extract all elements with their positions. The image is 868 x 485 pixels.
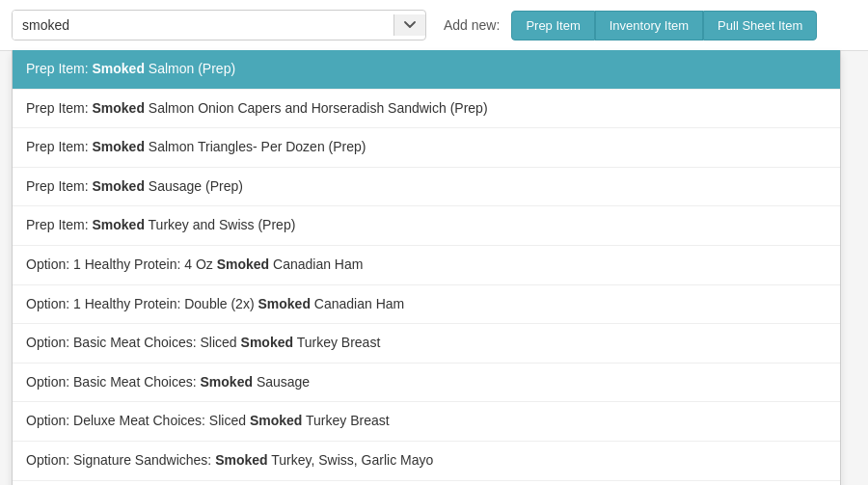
item-bold: Smoked: [258, 296, 310, 311]
item-suffix: Canadian Ham: [269, 256, 363, 272]
item-prefix: Prep Item:: [26, 139, 92, 154]
dropdown-item[interactable]: Option: Basic Meat Choices: Smoked Sausa…: [13, 364, 840, 403]
top-bar: smoked Add new: Prep Item Inventory Item…: [0, 0, 868, 51]
item-suffix: Sausage: [253, 374, 310, 390]
dropdown-item[interactable]: Option: Signature Sandwiches: Smoked Sal…: [13, 481, 840, 485]
search-input[interactable]: smoked: [13, 11, 393, 40]
search-wrapper: smoked: [12, 10, 426, 40]
pull-sheet-item-button[interactable]: Pull Sheet Item: [703, 11, 817, 40]
item-suffix: Sausage (Prep): [145, 178, 243, 194]
item-prefix: Option: Basic Meat Choices:: [26, 374, 201, 390]
item-prefix: Option: 1 Healthy Protein: Double (2x): [26, 296, 258, 311]
dropdown-item[interactable]: Option: 1 Healthy Protein: Double (2x) S…: [13, 285, 840, 325]
item-prefix: Option: 1 Healthy Protein: 4 Oz: [26, 256, 217, 272]
item-bold: Smoked: [201, 374, 253, 390]
item-suffix: Turkey Breast: [302, 413, 389, 428]
inventory-item-button[interactable]: Inventory Item: [595, 11, 703, 40]
dropdown-item[interactable]: Prep Item: Smoked Salmon (Prep): [13, 50, 840, 90]
item-bold: Smoked: [92, 178, 144, 194]
item-prefix: Prep Item:: [26, 217, 92, 232]
item-prefix: Option: Signature Sandwiches:: [26, 452, 215, 468]
prep-item-button[interactable]: Prep Item: [511, 11, 594, 40]
item-bold: Smoked: [215, 452, 267, 468]
item-prefix: Option: Basic Meat Choices: Sliced: [26, 335, 241, 350]
item-suffix: Salmon Onion Capers and Horseradish Sand…: [145, 100, 488, 116]
item-prefix: Prep Item:: [26, 178, 92, 194]
dropdown-item[interactable]: Prep Item: Smoked Salmon Onion Capers an…: [13, 90, 840, 129]
chevron-down-icon: [404, 21, 416, 29]
item-bold: Smoked: [250, 413, 302, 428]
item-prefix: Prep Item:: [26, 61, 92, 76]
item-bold: Smoked: [92, 100, 144, 116]
dropdown-item[interactable]: Prep Item: Smoked Sausage (Prep): [13, 168, 840, 207]
item-suffix: Turkey and Swiss (Prep): [145, 217, 295, 232]
dropdown-item[interactable]: Option: Deluxe Meat Choices: Sliced Smok…: [13, 402, 840, 442]
dropdown-item[interactable]: Prep Item: Smoked Salmon Triangles- Per …: [13, 128, 840, 168]
add-new-button-group: Prep Item Inventory Item Pull Sheet Item: [511, 11, 817, 40]
item-prefix: Prep Item:: [26, 100, 92, 116]
item-prefix: Option: Deluxe Meat Choices: Sliced: [26, 413, 250, 428]
item-bold: Smoked: [217, 256, 269, 272]
dropdown-item[interactable]: Option: Signature Sandwiches: Smoked Tur…: [13, 442, 840, 481]
item-suffix: Salmon Triangles- Per Dozen (Prep): [145, 139, 366, 154]
search-dropdown-arrow-button[interactable]: [393, 14, 425, 36]
dropdown-item[interactable]: Prep Item: Smoked Turkey and Swiss (Prep…: [13, 206, 840, 246]
item-bold: Smoked: [92, 139, 144, 154]
item-suffix: Salmon (Prep): [145, 61, 235, 76]
item-bold: Smoked: [241, 335, 293, 350]
item-suffix: Canadian Ham: [311, 296, 404, 311]
add-new-label: Add new:: [444, 17, 500, 33]
item-bold: Smoked: [92, 217, 144, 232]
dropdown-item[interactable]: Option: 1 Healthy Protein: 4 Oz Smoked C…: [13, 246, 840, 285]
dropdown-item[interactable]: Option: Basic Meat Choices: Sliced Smoke…: [13, 324, 840, 364]
search-dropdown-list: Prep Item: Smoked Salmon (Prep)Prep Item…: [12, 50, 841, 485]
item-suffix: Turkey Breast: [293, 335, 380, 350]
item-suffix: Turkey, Swiss, Garlic Mayo: [268, 452, 434, 468]
item-bold: Smoked: [92, 61, 144, 76]
